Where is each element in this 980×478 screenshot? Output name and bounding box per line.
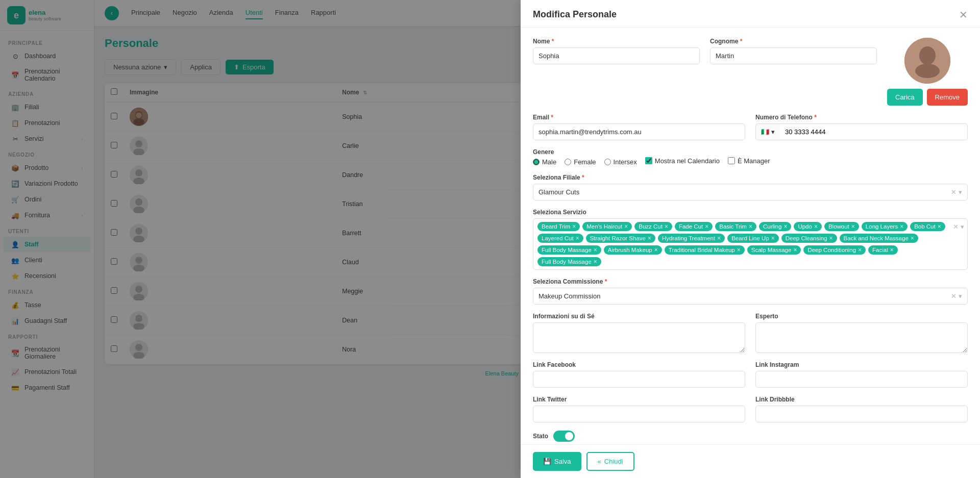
instagram-input[interactable]	[755, 371, 968, 388]
tag-deep-conditioning: Deep Conditioning×	[803, 245, 866, 255]
telefono-group: Numero di Telefono * 🇮🇹 ▾	[755, 114, 968, 140]
tag-traditional-bridal-remove[interactable]: ×	[737, 247, 741, 253]
facebook-input[interactable]	[533, 371, 745, 388]
servizio-group: Seleziona Servizio Beard Trim× Men's Hai…	[533, 209, 968, 270]
esperto-input[interactable]	[755, 322, 968, 353]
filiale-required: *	[582, 174, 584, 181]
tag-fade-cut-remove[interactable]: ×	[705, 223, 708, 230]
tag-facial-remove[interactable]: ×	[890, 247, 894, 253]
chiudi-button[interactable]: « Chiudi	[586, 452, 634, 471]
toggle-slider	[553, 431, 575, 442]
filiale-row: Seleziona Filiale * Glamour Cuts ✕ ▾	[533, 174, 968, 200]
svg-point-29	[919, 46, 936, 65]
mostra-calendario-input[interactable]	[645, 157, 652, 164]
tags-clear-icon[interactable]: ✕	[953, 223, 959, 231]
tag-beard-trim-remove[interactable]: ×	[572, 223, 576, 230]
tag-long-layers-remove[interactable]: ×	[900, 223, 903, 230]
esperto-label: Esperto	[755, 313, 968, 320]
tag-hydrating-remove[interactable]: ×	[717, 235, 721, 241]
tag-beard-lineup-remove[interactable]: ×	[771, 235, 775, 241]
tag-basic-trim-remove[interactable]: ×	[749, 223, 752, 230]
nome-input[interactable]	[533, 47, 700, 64]
nome-required: *	[552, 38, 554, 45]
modal-edit-personale: Modifica Personale ✕ Nome * Cog	[521, 0, 980, 478]
e-manager-check[interactable]: È Manager	[728, 157, 770, 165]
radio-female-label: Female	[574, 158, 596, 166]
commissione-caret-icon: ▾	[959, 292, 962, 300]
modal-close-button[interactable]: ✕	[959, 10, 968, 20]
tag-scalp-massage: Scalp Massage×	[747, 245, 801, 255]
tag-buzz-cut-remove[interactable]: ×	[665, 223, 668, 230]
tag-layered-cut: Layered Cut×	[537, 234, 583, 243]
radio-intersex[interactable]: Intersex	[604, 158, 637, 166]
informazioni-input[interactable]	[533, 322, 745, 353]
radio-female[interactable]: Female	[565, 158, 596, 166]
tag-straight-razor: Straight Razor Shave×	[586, 234, 655, 243]
tag-layered-cut-remove[interactable]: ×	[576, 235, 579, 241]
radio-male-label: Male	[542, 158, 556, 166]
tags-container[interactable]: Beard Trim× Men's Haircut× Buzz Cut× Fad…	[533, 218, 968, 270]
telefono-label: Numero di Telefono *	[755, 114, 968, 121]
info-esperto-row: Informazioni su di Sé Esperto	[533, 313, 968, 353]
genere-row: Genere Male Female	[533, 148, 968, 166]
informazioni-group: Informazioni su di Sé	[533, 313, 745, 353]
cognome-input[interactable]	[710, 47, 877, 64]
filiale-select[interactable]: Glamour Cuts ✕ ▾	[533, 184, 968, 200]
dribbble-input[interactable]	[755, 406, 968, 422]
twitter-input[interactable]	[533, 406, 745, 422]
tag-full-body-remove[interactable]: ×	[594, 247, 597, 253]
nome-group: Nome *	[533, 38, 700, 64]
nome-cognome-row: Nome * Cognome *	[533, 38, 968, 106]
twitter-group: Link Twitter	[533, 396, 745, 422]
e-manager-input[interactable]	[728, 157, 735, 164]
stato-toggle[interactable]	[553, 431, 575, 442]
tag-mens-haircut-remove[interactable]: ×	[624, 223, 628, 230]
tag-scalp-massage-remove[interactable]: ×	[793, 247, 797, 253]
modal-header: Modifica Personale ✕	[521, 0, 980, 28]
tag-straight-razor-remove[interactable]: ×	[648, 235, 651, 241]
tag-bob-cut-remove[interactable]: ×	[938, 223, 941, 230]
dribbble-group: Link Dribbble	[755, 396, 968, 422]
radio-male[interactable]: Male	[533, 158, 556, 166]
commissione-row: Seleziona Commissione * Makeup Commissio…	[533, 278, 968, 305]
filiale-clear-icon[interactable]: ✕	[951, 188, 957, 196]
tag-full-body2-remove[interactable]: ×	[594, 259, 597, 265]
dribbble-label: Link Dribbble	[755, 396, 968, 403]
twitter-label: Link Twitter	[533, 396, 745, 403]
tag-back-neck-remove[interactable]: ×	[911, 235, 914, 241]
email-group: Email *	[533, 114, 745, 140]
tag-blowout-remove[interactable]: ×	[851, 223, 855, 230]
tag-curling-remove[interactable]: ×	[783, 223, 787, 230]
servizio-label: Seleziona Servizio	[533, 209, 968, 216]
tag-airbrush-makeup: Airbrush Makeup×	[604, 245, 662, 255]
radio-intersex-input[interactable]	[604, 159, 611, 165]
tag-deep-conditioning-remove[interactable]: ×	[858, 247, 862, 253]
carica-button[interactable]: Carica	[887, 89, 923, 106]
email-input[interactable]	[533, 123, 745, 140]
tag-deep-cleansing-remove[interactable]: ×	[829, 235, 833, 241]
photo-area: Carica Remove	[887, 38, 968, 106]
radio-male-input[interactable]	[533, 159, 540, 165]
commissione-select[interactable]: Makeup Commission ✕ ▾	[533, 288, 968, 305]
instagram-label: Link Instagram	[755, 361, 968, 368]
tag-fade-cut: Fade Cut×	[675, 222, 713, 231]
tag-updo-remove[interactable]: ×	[814, 223, 818, 230]
mostra-calendario-check[interactable]: Mostra nel Calendario	[645, 157, 720, 165]
tag-full-body-massage: Full Body Massage×	[537, 245, 601, 255]
cognome-required: *	[740, 38, 743, 45]
commissione-clear-icon[interactable]: ✕	[951, 292, 957, 300]
modal-body: Nome * Cognome *	[521, 28, 980, 444]
phone-input[interactable]	[780, 123, 968, 140]
salva-button[interactable]: 💾 Salva	[533, 452, 581, 471]
save-icon: 💾	[543, 458, 551, 465]
phone-flag-button[interactable]: 🇮🇹 ▾	[755, 123, 780, 140]
tag-blowout: Blowout×	[824, 222, 859, 231]
tag-airbrush-remove[interactable]: ×	[654, 247, 658, 253]
commissione-label: Seleziona Commissione *	[533, 278, 968, 285]
remove-button[interactable]: Remove	[927, 89, 968, 106]
tag-full-body-massage2: Full Body Massage×	[537, 257, 601, 266]
tags-caret-icon: ▾	[961, 223, 964, 231]
radio-female-input[interactable]	[565, 159, 571, 165]
photo-buttons: Carica Remove	[887, 89, 968, 106]
telefono-required: *	[814, 114, 817, 121]
